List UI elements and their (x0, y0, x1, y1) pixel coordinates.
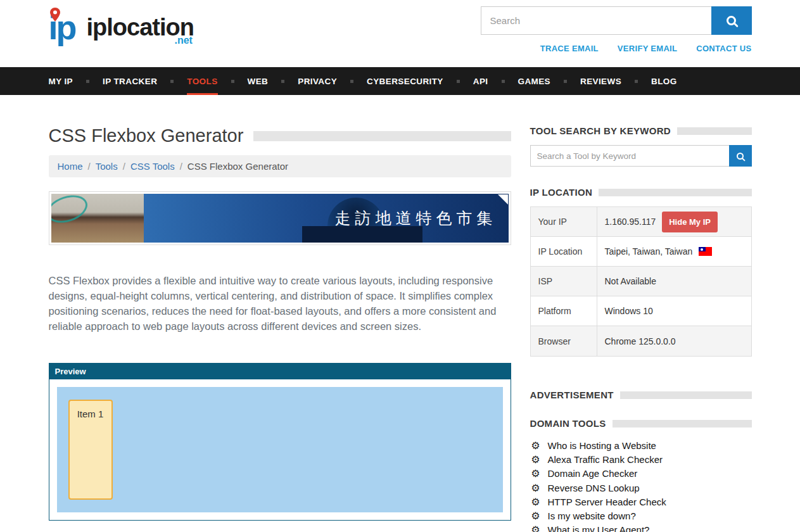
site-logo[interactable]: ip iplocation .net (49, 6, 194, 53)
table-row-isp: ISP Not Available (531, 267, 751, 296)
domain-tool-reverse-dns[interactable]: ⚙ Reverse DNS Lookup (530, 481, 752, 495)
domain-tools-heading: DOMAIN TOOLS (530, 418, 752, 429)
ip-location-value: Taipei, Taiwan, Taiwan (605, 246, 693, 256)
ip-location-table: Your IP 1.160.95.117 Hide My IP IP Locat… (530, 206, 752, 357)
table-row-ip-location: IP Location Taipei, Taiwan, Taiwan (531, 237, 751, 267)
main-nav: MY IP IP TRACKER TOOLS WEB PRIVACY CYBER… (0, 67, 800, 95)
gear-icon: ⚙ (530, 509, 542, 523)
ip-location-heading: IP LOCATION (530, 187, 752, 198)
table-row-platform: Platform Windows 10 (531, 296, 751, 326)
domain-tool-alexa-rank[interactable]: ⚙ Alexa Traffic Rank Checker (530, 453, 752, 467)
advertisement-heading: ADVERTISEMENT (530, 390, 752, 400)
table-row-browser: Browser Chrome 125.0.0.0 (531, 326, 751, 356)
nav-item-api[interactable]: API (473, 67, 518, 95)
gear-icon: ⚙ (530, 495, 542, 509)
row-label: Browser (531, 326, 597, 356)
isp-value: Not Available (605, 276, 656, 286)
hide-my-ip-button[interactable]: Hide My IP (662, 212, 718, 232)
row-label: IP Location (531, 237, 597, 266)
row-label: Your IP (531, 207, 597, 236)
breadcrumb-current: CSS Flexbox Generator (187, 161, 288, 172)
tool-search (530, 145, 752, 167)
sidebar: TOOL SEARCH BY KEYWORD IP LOCATION Your … (530, 125, 752, 532)
heading-decorative-bar (613, 420, 752, 428)
ad-headline: 走訪地道特色市集 (335, 208, 497, 229)
breadcrumb-home[interactable]: Home (58, 161, 83, 172)
location-pin-icon (50, 8, 60, 22)
nav-item-web[interactable]: WEB (248, 67, 298, 95)
heading-decorative-bar (599, 189, 751, 196)
nav-item-games[interactable]: GAMES (518, 67, 581, 95)
nav-item-tools[interactable]: TOOLS (187, 67, 247, 95)
site-search (481, 6, 752, 35)
row-label: Platform (531, 296, 597, 326)
ad-photo-left (51, 194, 144, 243)
site-header: ip iplocation .net TRACE EMAIL VERIFY (0, 0, 800, 67)
tool-search-button[interactable] (729, 145, 752, 167)
gear-icon: ⚙ (530, 481, 542, 495)
nav-item-cybersecurity[interactable]: CYBERSECURITY (367, 67, 473, 95)
heading-decorative-bar (677, 127, 752, 135)
domain-tool-user-agent[interactable]: ⚙ What is my User Agent? (530, 523, 752, 532)
nav-item-privacy[interactable]: PRIVACY (298, 67, 367, 95)
contact-us-link[interactable]: CONTACT US (696, 44, 751, 53)
site-search-input[interactable] (481, 6, 711, 35)
breadcrumb: Home / Tools / CSS Tools / CSS Flexbox G… (49, 155, 511, 177)
search-icon (727, 16, 736, 25)
flex-preview-item: Item 1 (68, 400, 113, 500)
domain-tool-domain-age[interactable]: ⚙ Domain Age Checker (530, 467, 752, 481)
table-row-your-ip: Your IP 1.160.95.117 Hide My IP (531, 207, 751, 237)
logo-mark-icon: ip (49, 6, 86, 48)
domain-tool-http-header[interactable]: ⚙ HTTP Server Header Check (530, 495, 752, 509)
breadcrumb-separator: / (88, 161, 91, 172)
logo-tld: .net (175, 35, 193, 46)
gear-icon: ⚙ (530, 523, 542, 532)
domain-tool-hosting[interactable]: ⚙ Who is Hosting a Website (530, 439, 752, 453)
page-title: CSS Flexbox Generator (49, 125, 244, 146)
header-utility-links: TRACE EMAIL VERIFY EMAIL CONTACT US (540, 44, 752, 53)
nav-item-ip-tracker[interactable]: IP TRACKER (103, 67, 187, 95)
main-content: CSS Flexbox Generator Home / Tools / CSS… (49, 125, 511, 532)
gear-icon: ⚙ (530, 453, 542, 467)
adchoices-icon[interactable] (498, 194, 508, 205)
intro-paragraph: CSS Flexbox provides a flexible and intu… (49, 273, 511, 334)
row-label: ISP (531, 267, 597, 296)
nav-item-blog[interactable]: BLOG (651, 67, 677, 95)
breadcrumb-separator: / (180, 161, 182, 172)
domain-tools-list: ⚙ Who is Hosting a Website ⚙ Alexa Traff… (530, 439, 752, 532)
breadcrumb-tools[interactable]: Tools (96, 161, 118, 172)
breadcrumb-separator: / (123, 161, 125, 172)
title-decorative-bar (253, 131, 511, 141)
your-ip-value: 1.160.95.117 (605, 217, 656, 227)
ad-photo-right: 走訪地道特色市集 (144, 194, 509, 243)
taiwan-flag-icon (699, 247, 712, 256)
breadcrumb-css-tools[interactable]: CSS Tools (130, 161, 175, 172)
flex-preview-container: Item 1 (57, 387, 503, 512)
heading-decorative-bar (620, 391, 752, 399)
domain-tool-website-down[interactable]: ⚙ Is my website down? (530, 509, 752, 523)
gear-icon: ⚙ (530, 439, 542, 453)
site-search-button[interactable] (711, 6, 752, 35)
preview-panel-title: Preview (49, 364, 511, 379)
tool-search-heading: TOOL SEARCH BY KEYWORD (530, 125, 752, 136)
advertisement-banner[interactable]: 走訪地道特色市集 (49, 191, 511, 245)
verify-email-link[interactable]: VERIFY EMAIL (618, 44, 677, 53)
logo-wordmark: iplocation .net (87, 6, 194, 41)
platform-value: Windows 10 (605, 306, 653, 316)
preview-body: Item 1 (49, 379, 511, 520)
search-icon (737, 153, 744, 160)
gear-icon: ⚙ (530, 467, 542, 481)
preview-panel: Preview Item 1 (49, 363, 511, 521)
trace-email-link[interactable]: TRACE EMAIL (540, 44, 599, 53)
ad-image: 走訪地道特色市集 (51, 194, 509, 243)
browser-value: Chrome 125.0.0.0 (605, 336, 676, 346)
tool-search-input[interactable] (530, 145, 729, 167)
nav-item-reviews[interactable]: REVIEWS (580, 67, 651, 95)
nav-item-my-ip[interactable]: MY IP (49, 67, 103, 95)
